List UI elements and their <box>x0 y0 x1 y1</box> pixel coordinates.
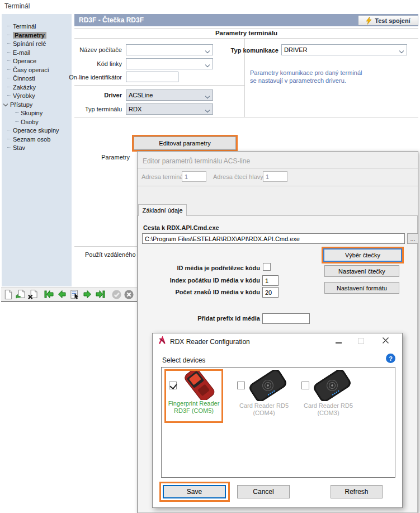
parametry-field-label: Parametry <box>84 154 130 161</box>
tree-connector <box>7 60 11 62</box>
prev-record-icon[interactable] <box>56 289 68 300</box>
sidebar-item-pristupy[interactable]: Přístupy <box>2 101 72 109</box>
line-code-combo[interactable] <box>126 58 213 69</box>
device-fingerprint-label: Fingerprint Reader RD3F (COM5) <box>166 400 222 415</box>
minimize-icon[interactable] <box>336 342 342 343</box>
browse-button[interactable]: ... <box>407 233 418 244</box>
tree-connector <box>7 78 11 79</box>
device-card4-checkbox[interactable] <box>237 382 245 389</box>
edit-record-icon[interactable] <box>15 289 26 300</box>
use-remote-label: Použít vzdáleného z <box>85 251 137 258</box>
tree-connector <box>7 130 11 131</box>
sidebar-item-email[interactable]: E-mail <box>2 49 72 57</box>
sidebar-item-stav[interactable]: Stav <box>2 144 72 152</box>
terminal-address-label: Adresa terminálu <box>141 173 188 181</box>
edit-params-button[interactable]: Editovat parametry <box>134 137 236 150</box>
select-devices-label: Select devices <box>162 356 205 364</box>
driver-note: Parametry komunikace pro daný terminál s… <box>250 69 362 84</box>
id-start-index-label: Index počátku ID média v kódu <box>101 277 260 284</box>
card-reader-image[interactable] <box>246 370 290 401</box>
close-icon[interactable] <box>382 337 389 344</box>
terminal-address-input[interactable]: 1 <box>182 171 206 182</box>
save-button[interactable]: Save <box>163 485 226 498</box>
id-start-index-input[interactable]: 1 <box>262 275 279 286</box>
line-code-label: Kód linky <box>67 60 122 68</box>
media-prefix-input[interactable] <box>262 313 310 324</box>
computer-name-label: Název počítače <box>67 46 122 54</box>
delete-record-icon[interactable] <box>27 289 38 300</box>
sidebar-item-parametry[interactable]: Parametry <box>2 31 72 39</box>
sidebar-item-skupiny[interactable]: Skupiny <box>2 109 72 117</box>
id-char-count-label: Počet znaků ID média v kódu <box>101 289 260 296</box>
tree-connector <box>7 52 11 53</box>
device-card3-label: Card Reader RD5 (COM3) <box>299 402 358 417</box>
tab-zakladni-udaje[interactable]: Základní údaje <box>138 204 187 216</box>
select-reader-button[interactable]: Výběr čtečky <box>323 248 402 262</box>
chevron-down-icon[interactable] <box>3 101 8 106</box>
sidebar-item-zakazky[interactable]: Zakázky <box>2 83 72 91</box>
editor-dialog-title: Editor parametrů terminálu ACS-line <box>143 157 250 165</box>
divider <box>74 85 244 86</box>
next-record-icon[interactable] <box>82 289 93 300</box>
driver-combo[interactable]: ACSLine <box>126 90 213 101</box>
tree-connector <box>15 112 19 114</box>
tree-connector <box>7 95 11 96</box>
device-fingerprint-checkbox[interactable] <box>169 382 177 389</box>
id-substring-checkbox[interactable] <box>263 263 271 271</box>
sidebar-item-vyrobky[interactable]: Výrobky <box>2 92 72 100</box>
divider <box>74 246 137 247</box>
read-head-address-label: Adresa čtecí hlavy <box>213 173 263 181</box>
sidebar: Terminál Parametry Spínání relé E-mail O… <box>2 14 72 286</box>
cmd-path-input[interactable]: C:\Program Files\ESTELAR\RDX\API\RDX.API… <box>142 233 405 244</box>
tree-connector <box>7 69 11 70</box>
cancel-button[interactable]: Cancel <box>237 485 290 498</box>
computer-name-combo[interactable] <box>126 44 213 55</box>
divider <box>138 168 418 169</box>
help-icon[interactable]: ? <box>386 354 395 363</box>
sidebar-item-osoby[interactable]: Osoby <box>2 118 72 126</box>
id-substring-label: ID média je podřetězec kódu <box>129 265 260 272</box>
maximize-icon <box>358 338 364 344</box>
sidebar-item-seznam-osob[interactable]: Seznam osob <box>2 135 72 143</box>
first-record-icon[interactable] <box>44 289 55 300</box>
device-card4-label: Card Reader RD5 (COM4) <box>234 402 294 417</box>
chevron-down-icon <box>205 63 210 67</box>
media-prefix-label: Přidat prefix id média <box>129 315 260 322</box>
reader-settings-button[interactable]: Nastavení čtečky <box>324 265 399 277</box>
tree-connector <box>7 87 11 88</box>
tree-connector <box>7 147 11 148</box>
chevron-down-icon <box>205 94 210 98</box>
online-id-input[interactable] <box>126 72 178 82</box>
driver-label: Driver <box>67 92 122 99</box>
chevron-down-icon <box>205 49 210 53</box>
lightning-icon <box>366 17 372 25</box>
tree-connector <box>7 26 11 27</box>
divider <box>74 38 418 39</box>
terminal-type-combo[interactable]: RDX <box>126 103 213 115</box>
sidebar-item-spinani-rele[interactable]: Spínání relé <box>2 40 72 48</box>
app-window: Terminál Terminál Parametry Spínání relé… <box>0 0 420 513</box>
sidebar-item-operace[interactable]: Operace <box>2 57 72 65</box>
chevron-down-icon <box>205 108 210 112</box>
id-char-count-input[interactable]: 20 <box>262 287 279 298</box>
test-connection-button[interactable]: Test spojení <box>358 15 418 26</box>
sidebar-item-operace-skupiny[interactable]: Operace skupiny <box>2 126 72 134</box>
sidebar-item-casy-operaci[interactable]: Časy operací <box>2 66 72 74</box>
chevron-down-icon <box>399 49 404 53</box>
read-head-address-input[interactable]: 1 <box>263 171 287 182</box>
new-record-icon[interactable] <box>3 289 13 300</box>
divider <box>74 28 418 29</box>
rdx-dialog-title: RDX Reader Configuration <box>170 338 250 346</box>
tree-connector <box>15 121 19 123</box>
device-card3-checkbox[interactable] <box>301 382 309 389</box>
window-title: Terminál <box>4 2 30 10</box>
view-record-icon[interactable] <box>69 289 80 300</box>
card-reader-image[interactable] <box>310 370 354 401</box>
refresh-button[interactable]: Refresh <box>331 485 383 498</box>
format-settings-button[interactable]: Nastavení formátu <box>324 282 399 294</box>
sidebar-item-terminal[interactable]: Terminál <box>2 22 72 30</box>
cmd-path-label: Cesta k RDX.API.Cmd.exe <box>143 224 219 232</box>
fingerprint-reader-image[interactable] <box>180 371 219 400</box>
communication-type-combo[interactable]: DRIVER <box>281 44 407 55</box>
communication-type-label: Typ komunikace <box>221 47 279 54</box>
